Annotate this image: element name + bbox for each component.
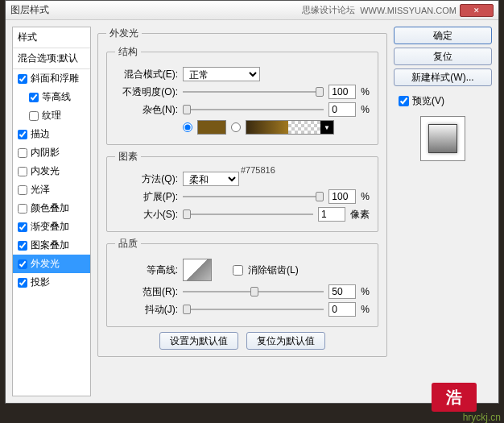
sidebar-item-label: 投影 — [31, 276, 50, 289]
size-input[interactable] — [318, 207, 345, 222]
spread-input[interactable] — [328, 189, 356, 204]
styles-list: 样式 混合选项:默认 斜面和浮雕等高线纹理描边内阴影内发光光泽颜色叠加渐变叠加图… — [12, 27, 91, 396]
sidebar-item[interactable]: 纹理 — [13, 106, 90, 125]
size-label: 大小(S): — [115, 208, 178, 222]
sidebar-item-label: 描边 — [31, 127, 50, 141]
preview-thumbnail — [428, 124, 457, 153]
structure-group: 结构 混合模式(E): 正常 不透明度(O): % 杂色(N): — [106, 45, 378, 145]
right-column: 确定 复位 新建样式(W)... 预览(V) — [394, 27, 492, 396]
noise-input[interactable] — [328, 102, 356, 117]
sidebar-item[interactable]: 颜色叠加 — [13, 199, 90, 218]
preview-box — [420, 116, 465, 161]
reset-default-button[interactable]: 复位为默认值 — [246, 332, 325, 350]
sidebar-item-label: 外发光 — [31, 257, 60, 271]
style-checkbox[interactable] — [18, 259, 27, 269]
sidebar-item[interactable]: 光泽 — [13, 180, 90, 199]
cancel-button[interactable]: 复位 — [394, 48, 492, 65]
noise-label: 杂色(N): — [115, 103, 178, 117]
sidebar-item-label: 渐变叠加 — [31, 220, 69, 234]
style-checkbox[interactable] — [18, 204, 27, 214]
sidebar-item-label: 内发光 — [31, 164, 60, 178]
titlebar[interactable]: 图层样式 思缘设计论坛 WWW.MISSYUAN.COM — [6, 1, 498, 20]
blend-mode-select[interactable]: 正常 — [183, 67, 260, 81]
effect-panel: 外发光 结构 混合模式(E): 正常 不透明度(O): % 杂色(N): — [97, 27, 387, 396]
elements-group: 图素 方法(Q): 柔和 扩展(P): % 大小(S): — [106, 150, 378, 232]
sidebar-item[interactable]: 内发光 — [13, 162, 90, 180]
color-swatch[interactable] — [197, 120, 226, 135]
sidebar-item-label: 纹理 — [42, 109, 61, 122]
method-label: 方法(Q): — [115, 172, 178, 186]
style-checkbox[interactable] — [18, 74, 27, 84]
contour-picker[interactable] — [183, 259, 212, 281]
outer-glow-legend: 外发光 — [106, 27, 142, 40]
sidebar-item[interactable]: 投影 — [13, 273, 90, 292]
outer-glow-group: 外发光 结构 混合模式(E): 正常 不透明度(O): % 杂色(N): — [97, 27, 387, 357]
ext-title: 思缘设计论坛 — [302, 4, 355, 16]
sidebar-item[interactable]: 等高线 — [13, 88, 90, 106]
sidebar-item[interactable]: 渐变叠加 — [13, 218, 90, 236]
anti-alias-label: 消除锯齿(L) — [248, 263, 299, 277]
spread-slider[interactable] — [183, 190, 324, 203]
new-style-button[interactable]: 新建样式(W)... — [394, 68, 492, 86]
sidebar-item[interactable]: 图案叠加 — [13, 236, 90, 255]
window-title: 图层样式 — [10, 3, 49, 17]
style-checkbox[interactable] — [18, 185, 27, 195]
sidebar-item-label: 斜面和浮雕 — [31, 72, 79, 85]
preview-label: 预览(V) — [412, 94, 444, 108]
gradient-picker[interactable]: ▼ — [246, 120, 334, 135]
ext-url: WWW.MISSYUAN.COM — [360, 6, 456, 15]
style-checkbox[interactable] — [18, 167, 27, 176]
sidebar-item[interactable]: 内阴影 — [13, 143, 90, 162]
size-slider[interactable] — [183, 208, 313, 221]
spread-label: 扩展(P): — [115, 190, 178, 204]
ok-button[interactable]: 确定 — [394, 27, 492, 44]
sidebar-item-label: 等高线 — [42, 90, 71, 104]
color-hex-note: #775816 — [241, 165, 275, 175]
styles-header: 样式 — [13, 27, 90, 48]
opacity-slider[interactable] — [183, 85, 324, 98]
range-input[interactable] — [328, 284, 356, 299]
chevron-down-icon: ▼ — [320, 121, 333, 134]
sidebar-item-label: 图案叠加 — [31, 238, 69, 252]
sidebar-item-label: 内阴影 — [31, 146, 60, 160]
contour-label: 等高线: — [115, 263, 178, 277]
sidebar-item-label: 光泽 — [31, 183, 50, 197]
style-checkbox[interactable] — [29, 111, 39, 121]
color-radio[interactable] — [183, 122, 192, 132]
jitter-input[interactable] — [328, 302, 356, 317]
blend-options[interactable]: 混合选项:默认 — [13, 48, 90, 69]
watermark: hryckj.cn — [463, 412, 501, 423]
close-icon[interactable] — [460, 4, 494, 17]
style-checkbox[interactable] — [29, 93, 39, 102]
method-select[interactable]: 柔和 — [183, 172, 239, 186]
range-label: 范围(R): — [115, 285, 178, 299]
quality-group: 品质 等高线: 消除锯齿(L) 范围(R): % — [106, 237, 378, 327]
sidebar-item[interactable]: 外发光 — [13, 255, 90, 273]
layer-style-dialog: 图层样式 思缘设计论坛 WWW.MISSYUAN.COM 样式 混合选项:默认 … — [5, 0, 499, 404]
opacity-input[interactable] — [328, 85, 356, 99]
style-checkbox[interactable] — [18, 278, 27, 288]
preview-checkbox[interactable] — [399, 96, 409, 106]
style-checkbox[interactable] — [18, 241, 27, 251]
anti-alias-checkbox[interactable] — [233, 265, 243, 276]
jitter-slider[interactable] — [183, 303, 324, 316]
set-default-button[interactable]: 设置为默认值 — [159, 332, 238, 350]
range-slider[interactable] — [183, 285, 324, 298]
opacity-label: 不透明度(O): — [115, 85, 178, 99]
sidebar-item[interactable]: 斜面和浮雕 — [13, 69, 90, 88]
site-logo: 浩 — [432, 383, 477, 412]
style-checkbox[interactable] — [18, 130, 27, 139]
blend-mode-label: 混合模式(E): — [115, 68, 178, 81]
jitter-label: 抖动(J): — [115, 303, 178, 317]
noise-slider[interactable] — [183, 103, 324, 116]
style-checkbox[interactable] — [18, 222, 27, 232]
gradient-radio[interactable] — [231, 122, 241, 132]
sidebar-item[interactable]: 描边 — [13, 125, 90, 143]
style-checkbox[interactable] — [18, 148, 27, 158]
sidebar-item-label: 颜色叠加 — [31, 201, 69, 215]
